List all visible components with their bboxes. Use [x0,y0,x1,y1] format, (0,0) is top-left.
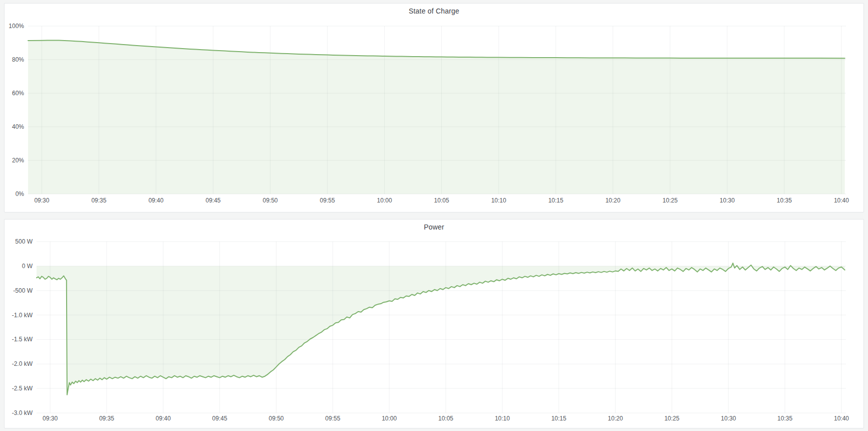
x-tick-label: 09:50 [262,197,277,204]
x-tick-label: 09:40 [156,415,171,422]
x-tick-label: 10:25 [663,197,678,204]
x-tick-label: 10:15 [551,415,566,422]
x-tick-label: 09:35 [99,415,114,422]
y-tick-label: 20% [12,157,24,164]
x-tick-label: 09:30 [43,415,58,422]
y-tick-label: -2.5 kW [12,385,33,392]
panel-power: Power 500 W0 W-500 W-1.0 kW-1.5 kW-2.0 k… [4,219,864,428]
x-tick-label: 09:50 [268,415,283,422]
panel-header-state-of-charge[interactable]: State of Charge [5,4,863,19]
x-tick-label: 10:35 [777,197,792,204]
y-tick-label: 80% [12,56,24,63]
x-tick-label: 10:35 [777,415,792,422]
y-tick-label: 500 W [15,238,33,245]
x-tick-label: 10:20 [608,415,623,422]
x-tick-label: 10:10 [491,197,506,204]
x-tick-label: 10:05 [434,197,449,204]
panel-title: Power [424,223,444,231]
x-tick-label: 09:45 [212,415,227,422]
panel-header-power[interactable]: Power [5,220,863,235]
x-tick-label: 09:30 [34,197,49,204]
y-tick-label: 0% [16,190,25,197]
y-tick-label: -3.0 kW [12,409,33,416]
x-tick-label: 10:15 [548,197,563,204]
y-tick-label: 100% [9,23,24,30]
x-tick-label: 10:40 [834,415,849,422]
y-tick-label: -1.0 kW [12,312,33,319]
x-tick-label: 09:40 [148,197,163,204]
x-tick-label: 10:30 [721,415,736,422]
panel-title: State of Charge [409,7,459,15]
power-chart[interactable]: 500 W0 W-500 W-1.0 kW-1.5 kW-2.0 kW-2.5 … [5,220,863,428]
x-tick-label: 09:45 [205,197,220,204]
x-tick-label: 10:40 [834,197,849,204]
series-fill [37,263,845,395]
y-tick-label: -500 W [13,287,33,294]
x-tick-label: 10:00 [382,415,397,422]
power-plot-area[interactable]: 500 W0 W-500 W-1.0 kW-1.5 kW-2.0 kW-2.5 … [5,220,863,428]
x-tick-label: 10:10 [495,415,510,422]
y-tick-label: 60% [12,90,24,97]
x-tick-label: 10:20 [606,197,621,204]
x-tick-label: 09:55 [325,415,340,422]
x-tick-label: 10:30 [720,197,735,204]
y-tick-label: 0 W [22,263,33,270]
state-of-charge-plot-area[interactable]: 100%80%60%40%20%0%09:3009:3509:4009:4509… [5,4,863,212]
x-tick-label: 10:25 [664,415,679,422]
y-tick-label: -2.0 kW [12,360,33,367]
y-tick-label: 40% [12,123,24,130]
dashboard: State of Charge 100%80%60%40%20%0%09:300… [0,0,868,431]
x-tick-label: 09:35 [91,197,106,204]
state-of-charge-chart[interactable]: 100%80%60%40%20%0%09:3009:3509:4009:4509… [5,4,863,212]
panel-state-of-charge: State of Charge 100%80%60%40%20%0%09:300… [4,3,864,212]
x-tick-label: 09:55 [320,197,335,204]
series-fill [28,41,845,194]
x-tick-label: 10:00 [377,197,392,204]
y-tick-label: -1.5 kW [12,336,33,343]
x-tick-label: 10:05 [438,415,453,422]
